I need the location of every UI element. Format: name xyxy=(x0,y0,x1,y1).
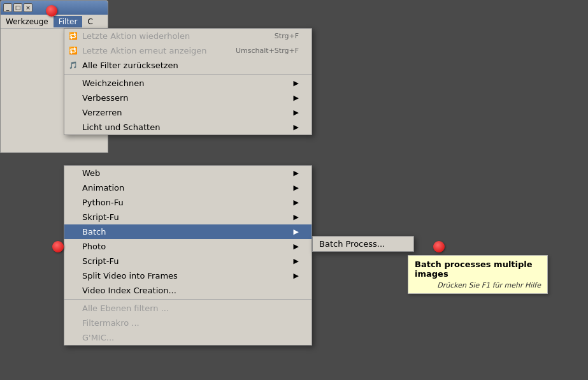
menu-item-batch[interactable]: Batch ▶ xyxy=(64,224,312,239)
arrow-icon: ▶ xyxy=(294,198,299,207)
menu-item-label: Script-Fu xyxy=(82,256,118,266)
menu-item-label: Web xyxy=(82,168,100,178)
menu-item-letzte-action-2[interactable]: 🔁 Letzte Aktion erneut anzeigen Umschalt… xyxy=(64,43,312,58)
letzte-action-2-icon: 🔁 xyxy=(68,46,78,56)
arrow-icon: ▶ xyxy=(294,272,299,280)
menu-item-label: Skript-Fu xyxy=(82,212,119,222)
menu-item-label: Letzte Aktion wiederholen xyxy=(82,31,190,41)
menu-item-label: Video Index Creation... xyxy=(82,286,176,295)
menu-item-label: Verzerren xyxy=(82,108,122,117)
menu-item-filtermakro[interactable]: Filtermakro ... xyxy=(64,316,312,330)
menu-item-label: Filtermakro ... xyxy=(82,318,140,328)
menu-item-label: Licht und Schatten xyxy=(82,122,160,132)
letzte-action-icon: 🔁 xyxy=(68,31,78,41)
close-button[interactable]: × xyxy=(24,3,32,12)
menu-item-shortcut: Strg+F xyxy=(275,32,299,40)
menu-item-label: Animation xyxy=(82,183,124,193)
menu-item-label: Photo xyxy=(82,242,106,251)
red-dot-3 xyxy=(433,241,445,252)
arrow-icon: ▶ xyxy=(294,184,299,192)
menu-item-licht-schatten[interactable]: Licht und Schatten ▶ xyxy=(64,120,312,135)
menu-item-label: Alle Ebenen filtern ... xyxy=(82,303,169,313)
filter-menu-upper: 🔁 Letzte Aktion wiederholen Strg+F 🔁 Let… xyxy=(64,28,312,135)
separator-1 xyxy=(64,74,312,75)
menubar-c[interactable]: C xyxy=(82,16,97,27)
batch-submenu: Batch Process... xyxy=(312,236,414,252)
arrow-icon: ▶ xyxy=(294,169,299,177)
menu-item-skript-fu[interactable]: Skript-Fu ▶ xyxy=(64,210,312,224)
menu-item-label: Weichzeichnen xyxy=(82,78,144,88)
arrow-icon: ▶ xyxy=(294,79,299,87)
menu-item-gmic[interactable]: G'MIC... xyxy=(64,330,312,345)
menu-item-label: Split Video into Frames xyxy=(82,271,178,281)
menu-item-label: Letzte Aktion erneut anzeigen xyxy=(82,46,207,55)
arrow-icon: ▶ xyxy=(294,108,299,117)
menu-item-label: Alle Filter zurücksetzen xyxy=(82,61,178,70)
menu-item-split-video[interactable]: Split Video into Frames ▶ xyxy=(64,268,312,283)
tooltip-subtitle: Drücken Sie F1 für mehr Hilfe xyxy=(415,281,541,289)
menu-item-label: Python-Fu xyxy=(82,198,124,207)
submenu-item-label: Batch Process... xyxy=(319,239,385,249)
maximize-button[interactable]: □ xyxy=(13,3,22,12)
menu-item-alle-filter[interactable]: 🎵 Alle Filter zurücksetzen xyxy=(64,58,312,73)
arrow-icon: ▶ xyxy=(294,94,299,102)
tooltip: Batch processes multiple images Drücken … xyxy=(408,255,548,294)
menu-item-alle-ebenen[interactable]: Alle Ebenen filtern ... xyxy=(64,301,312,316)
red-dot-1 xyxy=(46,5,57,17)
menu-item-web[interactable]: Web ▶ xyxy=(64,166,312,180)
menu-bar: Werkzeuge Filter C xyxy=(1,15,108,29)
menu-item-label: G'MIC... xyxy=(82,333,114,342)
separator-2 xyxy=(64,299,312,300)
menu-item-photo[interactable]: Photo ▶ xyxy=(64,239,312,254)
arrow-icon: ▶ xyxy=(294,257,299,265)
menu-item-weichzeichnen[interactable]: Weichzeichnen ▶ xyxy=(64,76,312,91)
arrow-icon: ▶ xyxy=(294,228,299,236)
menubar-filter[interactable]: Filter xyxy=(54,16,83,27)
menu-item-python-fu[interactable]: Python-Fu ▶ xyxy=(64,195,312,210)
arrow-icon: ▶ xyxy=(294,213,299,221)
arrow-icon: ▶ xyxy=(294,123,299,131)
titlebar-buttons[interactable]: _ □ × xyxy=(3,3,32,12)
alle-filter-icon: 🎵 xyxy=(68,61,78,71)
submenu-item-batch-process[interactable]: Batch Process... xyxy=(313,237,413,251)
menu-item-script-fu[interactable]: Script-Fu ▶ xyxy=(64,254,312,268)
menubar-werkzeuge[interactable]: Werkzeuge xyxy=(1,16,54,27)
menu-item-letzte-action[interactable]: 🔁 Letzte Aktion wiederholen Strg+F xyxy=(64,29,312,43)
menu-item-label: Batch xyxy=(82,227,106,237)
arrow-icon: ▶ xyxy=(294,242,299,251)
menu-item-shortcut-2: Umschalt+Strg+F xyxy=(236,47,299,55)
red-dot-2 xyxy=(52,241,64,252)
minimize-button[interactable]: _ xyxy=(3,3,12,12)
menu-item-animation[interactable]: Animation ▶ xyxy=(64,180,312,195)
menu-item-video-index[interactable]: Video Index Creation... xyxy=(64,283,312,298)
menu-item-label: Verbessern xyxy=(82,93,128,103)
menu-item-verzerren[interactable]: Verzerren ▶ xyxy=(64,105,312,120)
filter-menu-lower: Web ▶ Animation ▶ Python-Fu ▶ Skript-Fu … xyxy=(64,165,312,346)
tooltip-title: Batch processes multiple images xyxy=(415,259,541,279)
menu-item-verbessern[interactable]: Verbessern ▶ xyxy=(64,91,312,105)
